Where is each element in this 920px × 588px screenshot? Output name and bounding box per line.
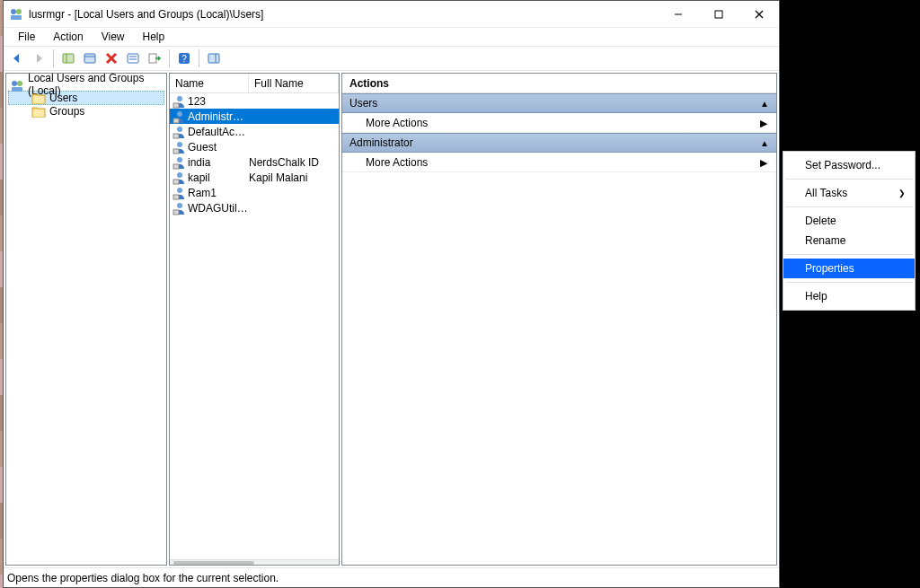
menubar: File Action View Help: [4, 28, 779, 46]
horizontal-scrollbar[interactable]: [170, 559, 339, 565]
minimize-button[interactable]: [658, 1, 698, 27]
cm-all-tasks[interactable]: All Tasks❯: [783, 183, 915, 203]
statusbar: Opens the properties dialog box for the …: [4, 567, 779, 587]
chevron-right-icon: ▶: [760, 156, 767, 168]
cm-help[interactable]: Help: [783, 286, 915, 306]
table-row[interactable]: indiaNerdsChalk ID: [170, 154, 339, 170]
svg-rect-7: [63, 54, 74, 63]
actions-pane: Actions Users ▲ More Actions ▶ Administr…: [341, 73, 777, 566]
cm-set-password[interactable]: Set Password...: [783, 155, 915, 175]
folder-icon: [31, 106, 46, 118]
actions-more-label-2: More Actions: [366, 156, 428, 169]
app-icon: [9, 7, 23, 22]
window-controls: [658, 1, 779, 27]
chevron-right-icon: ▶: [760, 117, 767, 128]
toolbar-separator: [53, 49, 54, 67]
chevron-right-icon: ❯: [898, 183, 906, 203]
toolbar-export[interactable]: [145, 48, 164, 68]
toolbar-delete[interactable]: [102, 48, 121, 68]
main-window: lusrmgr - [Local Users and Groups (Local…: [3, 0, 780, 588]
column-fullname[interactable]: Full Name: [249, 74, 339, 92]
table-row[interactable]: WDAGUtility...: [170, 200, 339, 215]
row-name: kapil: [188, 171, 249, 184]
cm-separator: [785, 254, 913, 255]
row-name: Administrator: [188, 110, 249, 123]
svg-point-0: [11, 9, 16, 14]
table-row[interactable]: Ram1: [170, 185, 339, 200]
svg-rect-13: [128, 54, 138, 63]
menu-action[interactable]: Action: [46, 29, 90, 45]
svg-point-30: [177, 142, 182, 147]
table-row[interactable]: 123: [170, 93, 339, 109]
menu-view[interactable]: View: [94, 29, 132, 45]
actions-section-users[interactable]: Users ▲: [342, 93, 776, 113]
titlebar[interactable]: lusrmgr - [Local Users and Groups (Local…: [4, 1, 779, 28]
tree-pane: Local Users and Groups (Local) Users Gro…: [5, 73, 167, 566]
user-icon: [170, 171, 188, 185]
user-icon: [170, 94, 188, 109]
user-icon: [170, 110, 188, 124]
svg-rect-9: [84, 54, 95, 63]
svg-point-34: [177, 172, 182, 178]
maximize-button[interactable]: [698, 1, 739, 27]
toolbar-properties[interactable]: [80, 48, 100, 68]
actions-section-admin-label: Administrator: [349, 136, 413, 149]
nav-back-button[interactable]: [7, 48, 27, 68]
svg-rect-37: [173, 195, 179, 199]
svg-point-28: [177, 127, 182, 132]
toolbar-help[interactable]: ?: [174, 48, 194, 68]
actions-admin-more[interactable]: More Actions ▶: [342, 153, 776, 172]
svg-point-21: [12, 81, 17, 86]
cm-separator: [785, 179, 913, 180]
toolbar-refresh[interactable]: [123, 48, 143, 68]
svg-rect-4: [715, 11, 722, 18]
nav-forward-button[interactable]: [29, 48, 49, 68]
svg-rect-19: [208, 54, 219, 63]
user-icon: [170, 186, 188, 200]
toolbar-separator-2: [169, 49, 170, 67]
menu-file[interactable]: File: [11, 29, 42, 45]
svg-rect-35: [173, 180, 179, 184]
svg-rect-39: [173, 210, 179, 215]
collapse-icon: ▲: [760, 99, 769, 109]
actions-section-admin[interactable]: Administrator ▲: [342, 133, 776, 153]
svg-rect-31: [173, 149, 179, 154]
menu-help[interactable]: Help: [136, 29, 172, 45]
window-title: lusrmgr - [Local Users and Groups (Local…: [29, 8, 658, 21]
computer-icon: [10, 79, 24, 91]
cm-rename[interactable]: Rename: [783, 231, 915, 250]
column-name[interactable]: Name: [170, 74, 249, 92]
tree-root-label: Local Users and Groups (Local): [28, 72, 163, 97]
row-name: DefaultAcco...: [188, 126, 249, 138]
status-text: Opens the properties dialog box for the …: [7, 572, 279, 584]
tree-users-label: Users: [49, 92, 77, 104]
cm-delete[interactable]: Delete: [783, 211, 915, 231]
table-row[interactable]: DefaultAcco...: [170, 124, 339, 139]
table-row[interactable]: Administrator: [170, 109, 339, 124]
table-row[interactable]: Guest: [170, 139, 339, 154]
toolbar-show-hide-action[interactable]: [204, 48, 224, 68]
svg-rect-29: [173, 134, 179, 138]
row-name: 123: [188, 95, 249, 108]
content-area: Local Users and Groups (Local) Users Gro…: [4, 71, 779, 567]
context-menu: Set Password... All Tasks❯ Delete Rename…: [783, 151, 916, 311]
svg-rect-25: [173, 103, 179, 108]
svg-point-36: [177, 188, 182, 193]
svg-rect-27: [173, 118, 179, 123]
row-fullname: Kapil Malani: [249, 171, 339, 184]
cm-properties[interactable]: Properties: [783, 259, 915, 278]
row-fullname: NerdsChalk ID: [249, 156, 339, 169]
svg-point-24: [177, 96, 182, 101]
toolbar-show-hide-tree[interactable]: [58, 48, 78, 68]
tree-groups[interactable]: Groups: [8, 104, 164, 118]
tree-root[interactable]: Local Users and Groups (Local): [8, 77, 164, 92]
list-pane: Name Full Name 123AdministratorDefaultAc…: [169, 73, 340, 566]
scroll-thumb[interactable]: [173, 561, 254, 565]
row-name: WDAGUtility...: [188, 202, 249, 215]
list-header: Name Full Name: [170, 74, 339, 93]
table-row[interactable]: kapilKapil Malani: [170, 170, 339, 185]
actions-users-more[interactable]: More Actions ▶: [342, 113, 776, 133]
cm-separator: [785, 282, 913, 283]
close-button[interactable]: [739, 1, 779, 27]
row-name: Guest: [188, 141, 249, 154]
